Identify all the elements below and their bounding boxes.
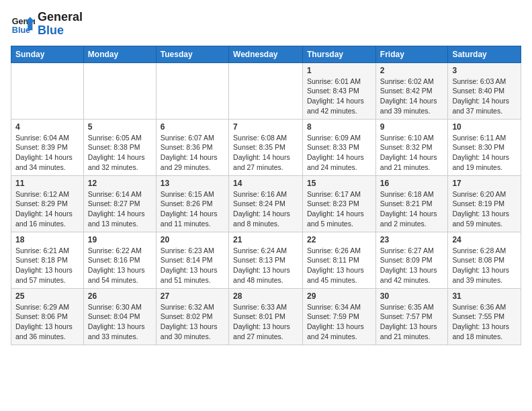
day-info: Sunrise: 6:17 AM Sunset: 8:23 PM Dayligh…: [307, 189, 371, 229]
calendar-table: SundayMondayTuesdayWednesdayThursdayFrid…: [11, 46, 521, 345]
calendar-week-row: 25Sunrise: 6:29 AM Sunset: 8:06 PM Dayli…: [11, 288, 521, 345]
calendar-cell: 9Sunrise: 6:10 AM Sunset: 8:32 PM Daylig…: [375, 119, 448, 175]
day-number: 6: [161, 122, 224, 132]
calendar-cell: 25Sunrise: 6:29 AM Sunset: 8:06 PM Dayli…: [11, 288, 84, 345]
logo-icon: General Blue: [11, 12, 35, 36]
day-number: 7: [233, 122, 298, 132]
calendar-cell: 30Sunrise: 6:35 AM Sunset: 7:57 PM Dayli…: [375, 288, 448, 345]
day-info: Sunrise: 6:14 AM Sunset: 8:27 PM Dayligh…: [88, 189, 152, 229]
calendar-cell: 3Sunrise: 6:03 AM Sunset: 8:40 PM Daylig…: [448, 62, 521, 119]
calendar-week-row: 18Sunrise: 6:21 AM Sunset: 8:18 PM Dayli…: [11, 232, 521, 288]
day-number: 4: [15, 122, 79, 132]
day-info: Sunrise: 6:01 AM Sunset: 8:43 PM Dayligh…: [307, 77, 371, 116]
calendar-cell: 4Sunrise: 6:04 AM Sunset: 8:39 PM Daylig…: [11, 119, 84, 175]
page-header: General Blue GeneralBlue: [11, 11, 521, 38]
day-number: 19: [88, 235, 152, 244]
day-number: 1: [307, 66, 371, 75]
day-number: 30: [380, 291, 444, 301]
calendar-cell: 7Sunrise: 6:08 AM Sunset: 8:35 PM Daylig…: [229, 119, 303, 175]
logo-text: GeneralBlue: [38, 11, 83, 38]
day-info: Sunrise: 6:35 AM Sunset: 7:57 PM Dayligh…: [380, 302, 444, 342]
day-info: Sunrise: 6:07 AM Sunset: 8:36 PM Dayligh…: [161, 133, 224, 173]
day-info: Sunrise: 6:27 AM Sunset: 8:09 PM Dayligh…: [380, 246, 444, 285]
calendar-cell: 22Sunrise: 6:26 AM Sunset: 8:11 PM Dayli…: [303, 232, 376, 288]
weekday-header: Thursday: [303, 46, 376, 62]
calendar-week-row: 11Sunrise: 6:12 AM Sunset: 8:29 PM Dayli…: [11, 175, 521, 232]
day-number: 27: [161, 291, 224, 301]
day-info: Sunrise: 6:03 AM Sunset: 8:40 PM Dayligh…: [452, 77, 517, 116]
day-info: Sunrise: 6:22 AM Sunset: 8:16 PM Dayligh…: [88, 246, 152, 285]
logo: General Blue GeneralBlue: [11, 11, 83, 38]
day-info: Sunrise: 6:08 AM Sunset: 8:35 PM Dayligh…: [233, 133, 298, 173]
day-info: Sunrise: 6:11 AM Sunset: 8:30 PM Dayligh…: [452, 133, 517, 173]
day-number: 9: [380, 122, 444, 132]
calendar-cell: [229, 62, 303, 119]
day-number: 13: [161, 179, 224, 188]
day-number: 22: [307, 235, 371, 244]
calendar-cell: 20Sunrise: 6:23 AM Sunset: 8:14 PM Dayli…: [156, 232, 228, 288]
calendar-cell: 26Sunrise: 6:30 AM Sunset: 8:04 PM Dayli…: [83, 288, 156, 345]
day-number: 20: [161, 235, 224, 244]
day-info: Sunrise: 6:12 AM Sunset: 8:29 PM Dayligh…: [15, 189, 79, 229]
weekday-header: Sunday: [11, 46, 84, 62]
day-info: Sunrise: 6:20 AM Sunset: 8:19 PM Dayligh…: [452, 189, 517, 229]
day-number: 26: [88, 291, 152, 301]
calendar-cell: 14Sunrise: 6:16 AM Sunset: 8:24 PM Dayli…: [229, 175, 303, 232]
day-number: 18: [15, 235, 79, 244]
calendar-cell: 19Sunrise: 6:22 AM Sunset: 8:16 PM Dayli…: [83, 232, 156, 288]
day-info: Sunrise: 6:30 AM Sunset: 8:04 PM Dayligh…: [88, 302, 152, 342]
day-number: 11: [15, 179, 79, 188]
day-number: 23: [380, 235, 444, 244]
day-info: Sunrise: 6:04 AM Sunset: 8:39 PM Dayligh…: [15, 133, 79, 173]
day-number: 24: [452, 235, 517, 244]
day-number: 28: [233, 291, 298, 301]
calendar-cell: [156, 62, 228, 119]
day-number: 25: [15, 291, 79, 301]
calendar-cell: 24Sunrise: 6:28 AM Sunset: 8:08 PM Dayli…: [448, 232, 521, 288]
day-number: 29: [307, 291, 371, 301]
day-number: 16: [380, 179, 444, 188]
calendar-cell: 17Sunrise: 6:20 AM Sunset: 8:19 PM Dayli…: [448, 175, 521, 232]
calendar-cell: [11, 62, 84, 119]
calendar-cell: 11Sunrise: 6:12 AM Sunset: 8:29 PM Dayli…: [11, 175, 84, 232]
calendar-week-row: 1Sunrise: 6:01 AM Sunset: 8:43 PM Daylig…: [11, 62, 521, 119]
day-number: 14: [233, 179, 298, 188]
calendar-cell: [83, 62, 156, 119]
day-number: 10: [452, 122, 517, 132]
day-number: 8: [307, 122, 371, 132]
calendar-header: SundayMondayTuesdayWednesdayThursdayFrid…: [11, 46, 521, 62]
calendar-cell: 21Sunrise: 6:24 AM Sunset: 8:13 PM Dayli…: [229, 232, 303, 288]
day-info: Sunrise: 6:16 AM Sunset: 8:24 PM Dayligh…: [233, 189, 298, 229]
day-info: Sunrise: 6:34 AM Sunset: 7:59 PM Dayligh…: [307, 302, 371, 342]
calendar-cell: 23Sunrise: 6:27 AM Sunset: 8:09 PM Dayli…: [375, 232, 448, 288]
calendar-cell: 27Sunrise: 6:32 AM Sunset: 8:02 PM Dayli…: [156, 288, 228, 345]
weekday-header: Wednesday: [229, 46, 303, 62]
calendar-cell: 31Sunrise: 6:36 AM Sunset: 7:55 PM Dayli…: [448, 288, 521, 345]
day-info: Sunrise: 6:33 AM Sunset: 8:01 PM Dayligh…: [233, 302, 298, 342]
day-number: 5: [88, 122, 152, 132]
day-number: 15: [307, 179, 371, 188]
day-info: Sunrise: 6:24 AM Sunset: 8:13 PM Dayligh…: [233, 246, 298, 285]
svg-text:Blue: Blue: [12, 25, 30, 34]
calendar-cell: 16Sunrise: 6:18 AM Sunset: 8:21 PM Dayli…: [375, 175, 448, 232]
calendar-cell: 8Sunrise: 6:09 AM Sunset: 8:33 PM Daylig…: [303, 119, 376, 175]
day-number: 31: [452, 291, 517, 301]
day-number: 3: [452, 66, 517, 75]
day-info: Sunrise: 6:23 AM Sunset: 8:14 PM Dayligh…: [161, 246, 224, 285]
weekday-header: Friday: [375, 46, 448, 62]
day-info: Sunrise: 6:32 AM Sunset: 8:02 PM Dayligh…: [161, 302, 224, 342]
calendar-week-row: 4Sunrise: 6:04 AM Sunset: 8:39 PM Daylig…: [11, 119, 521, 175]
day-info: Sunrise: 6:36 AM Sunset: 7:55 PM Dayligh…: [452, 302, 517, 342]
calendar-body: 1Sunrise: 6:01 AM Sunset: 8:43 PM Daylig…: [11, 62, 521, 345]
day-info: Sunrise: 6:02 AM Sunset: 8:42 PM Dayligh…: [380, 77, 444, 116]
calendar-cell: 6Sunrise: 6:07 AM Sunset: 8:36 PM Daylig…: [156, 119, 228, 175]
day-number: 12: [88, 179, 152, 188]
calendar-cell: 28Sunrise: 6:33 AM Sunset: 8:01 PM Dayli…: [229, 288, 303, 345]
day-info: Sunrise: 6:10 AM Sunset: 8:32 PM Dayligh…: [380, 133, 444, 173]
day-info: Sunrise: 6:05 AM Sunset: 8:38 PM Dayligh…: [88, 133, 152, 173]
day-info: Sunrise: 6:26 AM Sunset: 8:11 PM Dayligh…: [307, 246, 371, 285]
day-number: 2: [380, 66, 444, 75]
day-info: Sunrise: 6:09 AM Sunset: 8:33 PM Dayligh…: [307, 133, 371, 173]
calendar-cell: 29Sunrise: 6:34 AM Sunset: 7:59 PM Dayli…: [303, 288, 376, 345]
weekday-header: Saturday: [448, 46, 521, 62]
